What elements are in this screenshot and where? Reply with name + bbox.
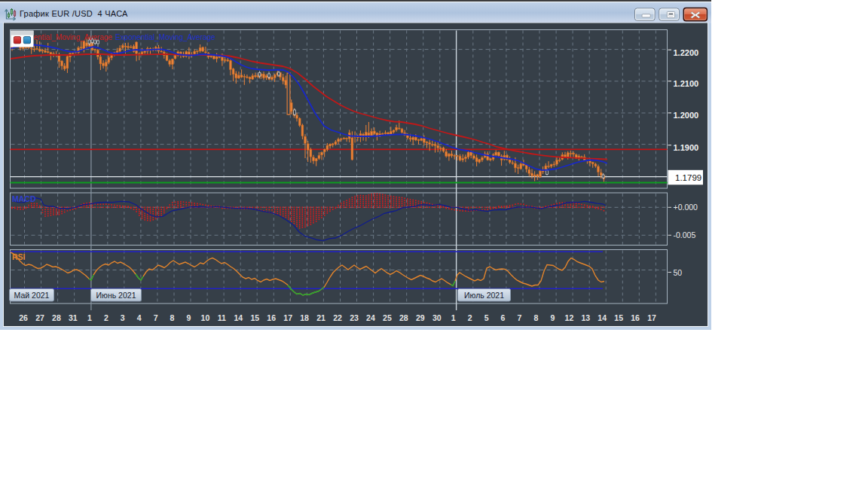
- svg-text:22: 22: [333, 313, 342, 322]
- svg-text:8: 8: [533, 313, 538, 322]
- svg-text:14: 14: [598, 313, 607, 322]
- svg-text:10: 10: [201, 313, 210, 322]
- svg-text:8: 8: [170, 313, 175, 322]
- svg-text:17: 17: [647, 313, 656, 322]
- svg-text:18: 18: [300, 313, 309, 322]
- svg-text:31: 31: [69, 313, 78, 322]
- svg-text:2: 2: [104, 313, 108, 322]
- svg-text:16: 16: [267, 313, 276, 322]
- svg-text:5: 5: [484, 313, 489, 322]
- svg-text:16: 16: [631, 313, 640, 322]
- svg-text:15: 15: [250, 313, 259, 322]
- svg-text:Exponential_Moving_Average: Exponential_Moving_Average: [115, 33, 215, 41]
- svg-text:25: 25: [383, 313, 392, 322]
- svg-text:26: 26: [19, 313, 28, 322]
- svg-text:27: 27: [35, 313, 44, 322]
- svg-text:14: 14: [234, 313, 243, 322]
- svg-text:28: 28: [399, 313, 408, 322]
- svg-text:RSI: RSI: [12, 252, 26, 261]
- svg-text:Июнь 2021: Июнь 2021: [96, 291, 136, 300]
- svg-text:Июль 2021: Июль 2021: [464, 291, 504, 300]
- svg-text:28: 28: [52, 313, 61, 322]
- svg-text:11: 11: [218, 313, 226, 322]
- svg-text:24: 24: [366, 313, 375, 322]
- svg-text:29: 29: [416, 313, 425, 322]
- svg-text:3: 3: [121, 313, 125, 322]
- svg-text:1.2100: 1.2100: [674, 79, 699, 88]
- svg-text:21: 21: [316, 313, 326, 322]
- svg-text:1.2000: 1.2000: [674, 111, 699, 120]
- svg-text:50: 50: [674, 268, 683, 277]
- svg-text:ential_Moving_Average: ential_Moving_Average: [34, 33, 113, 41]
- svg-text:7: 7: [154, 313, 158, 322]
- svg-text:1.1900: 1.1900: [674, 143, 699, 152]
- svg-text:23: 23: [350, 313, 359, 322]
- svg-text:9: 9: [187, 313, 191, 322]
- svg-text:6: 6: [501, 313, 506, 322]
- svg-text:13: 13: [581, 313, 590, 322]
- svg-text:9: 9: [550, 313, 555, 322]
- svg-text:1: 1: [451, 313, 456, 322]
- svg-text:15: 15: [614, 313, 623, 322]
- svg-text:4: 4: [137, 313, 142, 322]
- svg-text:2: 2: [468, 313, 472, 322]
- svg-text:7: 7: [518, 313, 522, 322]
- svg-text:1: 1: [87, 313, 92, 322]
- svg-text:17: 17: [283, 313, 292, 322]
- svg-text:График EUR /USD 4 ЧАСА: График EUR /USD 4 ЧАСА: [20, 9, 128, 18]
- svg-text:1.2200: 1.2200: [674, 48, 699, 57]
- svg-text:30: 30: [432, 313, 442, 322]
- svg-text:1.1799: 1.1799: [675, 173, 701, 182]
- svg-text:+0.000: +0.000: [674, 203, 698, 212]
- svg-text:-0.005: -0.005: [674, 230, 696, 239]
- svg-text:MACD: MACD: [12, 194, 36, 203]
- svg-text:Май 2021: Май 2021: [14, 291, 50, 300]
- svg-text:12: 12: [565, 313, 574, 322]
